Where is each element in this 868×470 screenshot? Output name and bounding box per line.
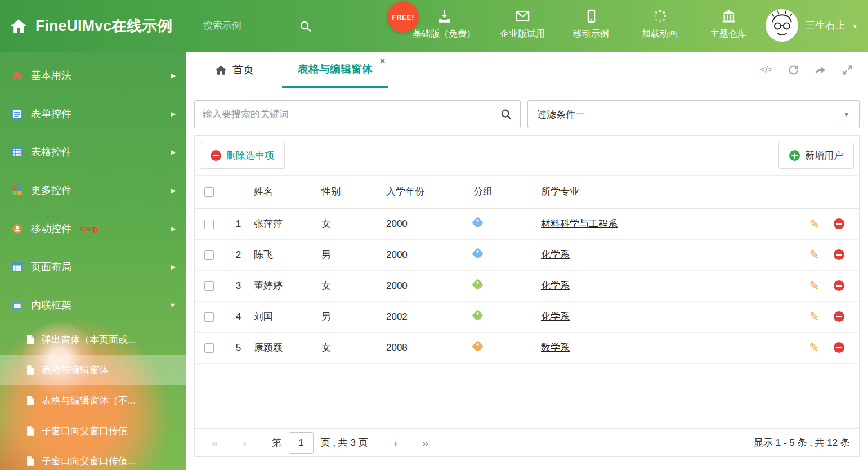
sidebar-subitem-grid-edit-window-2[interactable]: 表格与编辑窗体（不...	[0, 385, 186, 415]
keyword-search-input[interactable]	[203, 109, 500, 120]
nav-mobile-demo[interactable]: 移动示例	[566, 8, 616, 40]
next-page-button[interactable]: ›	[393, 437, 397, 449]
sidebar-item-more-controls[interactable]: 更多控件 ▶	[0, 171, 186, 209]
table-row[interactable]: 4 刘国 男 2002 化学系 ✎	[195, 301, 859, 332]
sidebar-item-inline-frame[interactable]: 内联框架 ▼	[0, 286, 186, 324]
filter-row: 过滤条件一 ▼	[186, 88, 868, 128]
code-icon[interactable]: </>	[760, 64, 772, 75]
chevron-down-icon: ▼	[169, 302, 176, 308]
close-icon[interactable]: ×	[380, 56, 385, 66]
prev-page-button[interactable]: ‹	[243, 437, 247, 449]
last-page-button[interactable]: »	[422, 437, 429, 449]
chevron-down-icon: ▼	[852, 23, 858, 29]
search-icon[interactable]	[500, 108, 512, 120]
user-menu[interactable]: 三生石上 ▼	[766, 9, 858, 42]
chevron-right-icon: ▶	[171, 149, 176, 156]
sidebar-subitem-grid-edit-window[interactable]: 表格与编辑窗体	[0, 355, 186, 385]
header-search	[203, 20, 312, 33]
tab-toolbar: </>	[760, 52, 868, 88]
major-link[interactable]: 数学系	[541, 342, 570, 353]
sidebar-item-form-controls[interactable]: 表单控件 ▶	[0, 95, 186, 133]
delete-row-icon[interactable]	[834, 218, 844, 229]
nav-theme-store[interactable]: 主题仓库	[704, 8, 753, 40]
brand[interactable]: FineUIMvc在线示例	[0, 16, 172, 36]
first-page-button[interactable]: «	[212, 437, 218, 449]
share-icon[interactable]	[815, 64, 826, 76]
row-checkbox[interactable]	[204, 250, 214, 260]
chevron-right-icon: ▶	[171, 263, 176, 271]
app-title: FineUIMvc在线示例	[35, 16, 172, 36]
app-window: FineUIMvc在线示例 FREE! 基础版（免费） 企业版试用 移动示例 加…	[0, 0, 868, 470]
tab-grid-edit-window[interactable]: 表格与编辑窗体 ×	[282, 52, 388, 88]
delete-selected-button[interactable]: 删除选中项	[200, 142, 285, 169]
column-actions	[791, 176, 859, 208]
home-icon	[10, 17, 27, 34]
sidebar: 基本用法 ▶ 表单控件 ▶ 表格控件 ▶ 更多控件 ▶ 移动控件 Cor	[0, 52, 186, 470]
table-row[interactable]: 1 张萍萍 女 2000 材料科学与工程系 ✎	[195, 208, 859, 239]
delete-row-icon[interactable]	[834, 280, 844, 291]
major-link[interactable]: 材料科学与工程系	[541, 218, 618, 229]
free-badge: FREE!	[387, 1, 419, 33]
nav-basic-edition[interactable]: 基础版（免费）	[410, 8, 478, 40]
major-link[interactable]: 化学系	[541, 280, 570, 291]
column-major: 所学专业	[541, 176, 791, 208]
edit-icon[interactable]: ✎	[809, 280, 819, 292]
mobile-icon	[584, 8, 599, 24]
table-row[interactable]: 2 陈飞 男 2000 化学系 ✎	[195, 239, 859, 270]
tag-icon	[472, 340, 484, 352]
row-checkbox[interactable]	[204, 343, 214, 353]
chevron-right-icon: ▶	[171, 187, 176, 194]
chevron-down-icon: ▼	[843, 110, 850, 118]
tab-home[interactable]: 首页	[203, 52, 266, 88]
chevron-right-icon: ▶	[171, 225, 176, 232]
search-icon[interactable]	[299, 20, 312, 33]
tag-icon	[472, 278, 484, 290]
sidebar-item-basic-usage[interactable]: 基本用法 ▶	[0, 56, 186, 95]
page-number-input[interactable]	[289, 432, 314, 454]
delete-row-icon[interactable]	[834, 342, 844, 353]
sidebar-item-page-layout[interactable]: 页面布局 ▶	[0, 248, 186, 286]
refresh-icon[interactable]	[788, 64, 799, 76]
avatar	[766, 9, 798, 42]
sidebar-subitem-popup-window[interactable]: 弹出窗体（本页面或...	[0, 324, 186, 355]
keyword-search-box	[194, 100, 521, 128]
top-header: FineUIMvc在线示例 FREE! 基础版（免费） 企业版试用 移动示例 加…	[0, 0, 868, 52]
delete-row-icon[interactable]	[834, 311, 844, 322]
edit-icon[interactable]: ✎	[809, 311, 819, 323]
minus-circle-icon	[211, 150, 221, 161]
username: 三生石上	[805, 19, 845, 32]
nav-loading-animation[interactable]: 加载动画	[635, 8, 684, 40]
add-user-button[interactable]: 新增用户	[778, 142, 854, 169]
download-icon	[437, 8, 452, 24]
layout-icon	[11, 261, 23, 273]
nav-enterprise-trial[interactable]: 企业版试用	[498, 8, 547, 40]
sidebar-item-mobile-controls[interactable]: 移动控件 Corp. ▶	[0, 209, 186, 248]
major-link[interactable]: 化学系	[541, 311, 570, 322]
table-row[interactable]: 3 董婷婷 女 2000 化学系 ✎	[195, 270, 859, 301]
page-suffix: 页 , 共 3 页	[321, 436, 368, 449]
home-icon	[11, 70, 23, 82]
chevron-right-icon: ▶	[171, 110, 176, 118]
sidebar-subitem-child-to-parent[interactable]: 子窗口向父窗口传值	[0, 415, 186, 446]
tag-icon	[472, 247, 484, 259]
sidebar-item-grid-controls[interactable]: 表格控件 ▶	[0, 133, 186, 171]
filter-dropdown-value: 过滤条件一	[537, 108, 585, 121]
expand-icon[interactable]	[842, 64, 853, 76]
row-checkbox[interactable]	[204, 220, 214, 229]
row-checkbox[interactable]	[204, 312, 214, 322]
main-content: 首页 表格与编辑窗体 × </> 过	[186, 52, 868, 470]
header-search-input[interactable]	[203, 20, 293, 32]
edit-icon[interactable]: ✎	[809, 249, 819, 261]
sidebar-subitem-child-to-parent-2[interactable]: 子窗口向父窗口传值...	[0, 446, 186, 470]
major-link[interactable]: 化学系	[541, 249, 570, 260]
tab-bar: 首页 表格与编辑窗体 × </>	[186, 52, 868, 88]
filter-dropdown[interactable]: 过滤条件一 ▼	[527, 100, 860, 128]
row-checkbox[interactable]	[204, 281, 214, 291]
delete-row-icon[interactable]	[834, 249, 844, 260]
table-row[interactable]: 5 康颖颖 女 2008 数学系 ✎	[195, 332, 859, 363]
bank-icon	[721, 8, 736, 24]
select-all-checkbox[interactable]	[204, 187, 214, 197]
edit-icon[interactable]: ✎	[809, 218, 819, 230]
blocks-icon	[11, 185, 23, 196]
edit-icon[interactable]: ✎	[809, 342, 819, 353]
